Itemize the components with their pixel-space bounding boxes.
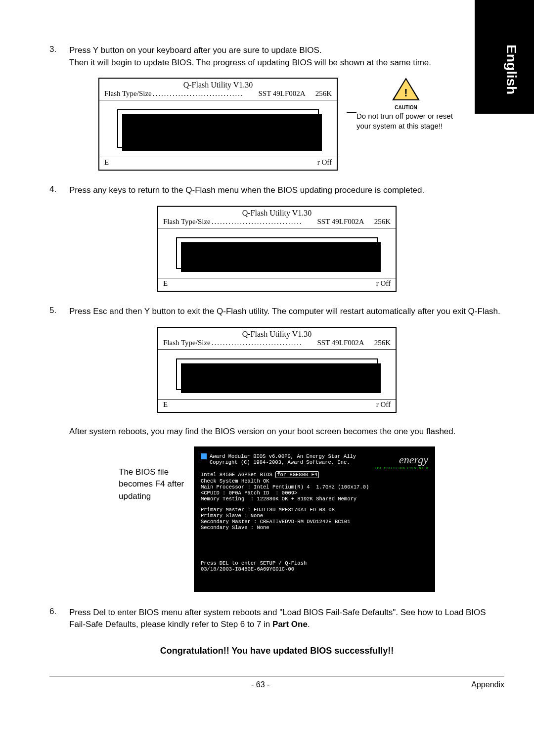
- flash-size: 256K: [364, 218, 391, 226]
- language-tab: English: [475, 0, 534, 114]
- floor-right: r Off: [376, 400, 391, 409]
- flash-type-value: SST 49LF002A: [317, 218, 364, 226]
- bios-l6: <CPUID : 0F0A Patch ID : 0009>: [201, 490, 428, 496]
- reset-inner-box: Are you sure to RESET ? [Enter] to conti…: [176, 358, 378, 390]
- updating-line1: Updating BIOS Now: [123, 114, 313, 123]
- flash-type-label: Flash Type/Size: [104, 89, 152, 98]
- floor-right: r Off: [376, 279, 391, 288]
- updating-warning: Don't Turn Off Power or Reset System: [123, 134, 313, 143]
- completed-line2: Please press any key to continue: [182, 256, 372, 264]
- bios-l4: Check System Health OK: [201, 478, 428, 484]
- page-number: - 63 -: [251, 680, 269, 689]
- congratulation-text: Congratulation!! You have updated BIOS s…: [49, 646, 504, 656]
- step-text: Press Del to enter BIOS menu after syste…: [69, 607, 504, 631]
- flash-size: 256K: [364, 339, 391, 347]
- step-6: 6. Press Del to enter BIOS menu after sy…: [49, 607, 504, 631]
- bios-version-highlight: for 8GE800 F4: [275, 471, 319, 478]
- connector-line: [347, 112, 356, 113]
- epa-text: EPA POLLUTION PREVENTER: [375, 466, 428, 470]
- bios-l12: Press DEL to enter SETUP / Q-Flash: [201, 560, 428, 566]
- dots: ................................: [211, 218, 317, 226]
- s6-b: Part One: [272, 620, 308, 629]
- step-text: Press Y button on your keyboard after yo…: [69, 44, 504, 69]
- flash-size: 256K: [306, 89, 332, 98]
- step-number: 3.: [49, 44, 69, 69]
- energy-logo: energy: [375, 453, 428, 466]
- caution-callout: ! CAUTION Do not trun off power or reset…: [347, 78, 455, 171]
- flash-type-value: SST 49LF002A: [258, 89, 305, 98]
- caution-text: Do not trun off power or reset your syst…: [356, 111, 455, 132]
- floor-left: E: [163, 400, 168, 409]
- section-label: Appendix: [471, 680, 504, 689]
- completed-inner-box: !! Copy BIOS completed - Pass !! Please …: [176, 237, 378, 269]
- bios-boot-screen: energy EPA POLLUTION PREVENTER Award Mod…: [194, 446, 435, 592]
- bios-l3a: Intel 845GE AGPSet BIOS: [201, 472, 275, 478]
- reset-line2: [Enter] to continure or [Esc] to abort..…: [182, 377, 372, 385]
- after-reboot-text: After system reboots, you may find the B…: [69, 427, 504, 437]
- qflash-completed-box: Q-Flash Utility V1.30 Flash Type/Size ..…: [157, 206, 397, 292]
- qflash-title: Q-Flash Utility V1.30: [158, 207, 396, 218]
- language-label: English: [503, 44, 519, 94]
- step-text: Press Esc and then Y button to exit the …: [69, 306, 504, 318]
- step-number: 5.: [49, 306, 69, 318]
- dots: ................................: [152, 89, 259, 98]
- qflash-title: Q-Flash Utility V1.30: [158, 328, 396, 339]
- step-3: 3. Press Y button on your keyboard after…: [49, 44, 504, 69]
- bios-l13: 03/18/2003-I845GE-6A69YG01C-00: [201, 566, 428, 572]
- flash-type-label: Flash Type/Size: [163, 339, 211, 347]
- updating-inner-box: Updating BIOS Now >>>>>>>>>>>>>>>>>>>>..…: [117, 109, 319, 148]
- bios-l1: Award Modular BIOS v6.00PG, An Energy St…: [210, 453, 356, 459]
- floor-right: r Off: [317, 158, 332, 167]
- dots: ................................: [211, 339, 317, 347]
- bios-l11: Secondary Slave : None: [201, 525, 428, 531]
- floor-left: E: [163, 279, 168, 288]
- completed-line1: !! Copy BIOS completed - Pass !!: [182, 242, 372, 251]
- page-footer: - 63 - Appendix: [49, 676, 504, 689]
- step-number: 6.: [49, 607, 69, 631]
- bios-l10: Secondary Master : CREATIVEDVD-RM DVD124…: [201, 519, 428, 525]
- bios-l9: Primary Slave : None: [201, 513, 428, 519]
- step-5: 5. Press Esc and then Y button to exit t…: [49, 306, 504, 318]
- bios-logo-icon: [201, 453, 207, 459]
- flash-type-value: SST 49LF002A: [317, 339, 364, 347]
- bios-note: The BIOS file becomes F4 after updating: [119, 446, 188, 592]
- reset-line1: Are you sure to RESET ?: [182, 363, 372, 372]
- flash-type-label: Flash Type/Size: [163, 218, 211, 226]
- caution-icon: !: [392, 78, 420, 101]
- updating-progress: >>>>>>>>>>>>>>>>>>>>....................…: [123, 123, 313, 131]
- bios-l7: Memory Testing : 122880K OK + 8192K Shar…: [201, 496, 428, 502]
- bios-l5: Main Processor : Intel Pentium(R) 4 1.7G…: [201, 484, 428, 490]
- qflash-title: Q-Flash Utility V1.30: [99, 79, 337, 89]
- floor-left: E: [104, 158, 109, 167]
- step-4: 4. Press any keys to return to the Q-Fla…: [49, 184, 504, 197]
- step-number: 4.: [49, 184, 69, 197]
- s6-c: .: [308, 620, 310, 629]
- qflash-updating-box: Q-Flash Utility V1.30 Flash Type/Size ..…: [98, 78, 338, 171]
- bios-l8: Primary Master : FUJITSU MPE3170AT ED-03…: [201, 507, 428, 513]
- step-text: Press any keys to return to the Q-Flash …: [69, 184, 504, 197]
- caution-label: CAUTION: [356, 104, 455, 111]
- qflash-reset-box: Q-Flash Utility V1.30 Flash Type/Size ..…: [157, 327, 397, 413]
